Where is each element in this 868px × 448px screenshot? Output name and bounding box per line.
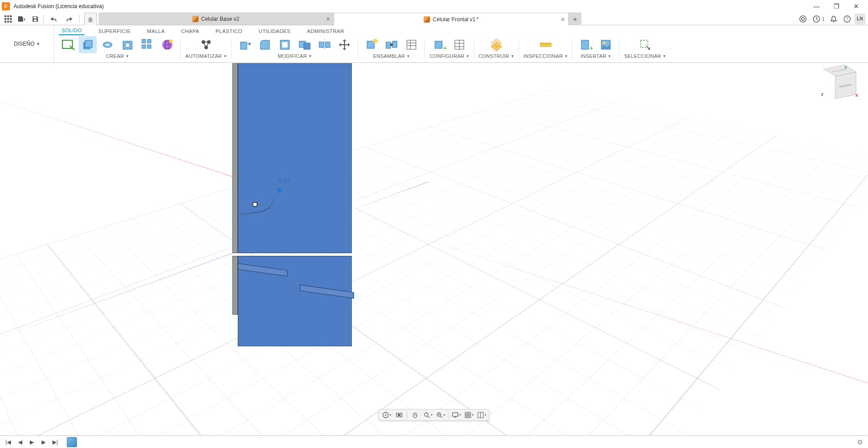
look-at-button[interactable] (393, 410, 405, 420)
caret-down-icon: ▼ (37, 42, 40, 46)
ribbon-group-construct: CONSTRUIR▼ (474, 35, 519, 62)
hole-button[interactable] (118, 36, 137, 53)
canvas[interactable]: 4.00 ➤ SUPERIOR DERECHA FRONTAL Y X Z ▾ … (0, 63, 868, 435)
new-tab-button[interactable]: + (569, 13, 581, 25)
timeline-start-button[interactable]: |◀ (4, 438, 13, 447)
document-tab-inactive[interactable]: Celular Base v2 × (99, 13, 334, 25)
window-close-button[interactable]: ✕ (846, 0, 866, 13)
combine-button[interactable] (296, 36, 314, 53)
ribbon-tab-mesh[interactable]: MALLA (144, 27, 167, 35)
quick-access-row: Celular Base v2 × Celular Frontal v1 * ×… (0, 13, 868, 25)
ribbon-group-label[interactable]: INSPECCIONAR▼ (524, 53, 568, 59)
timeline-settings-button[interactable]: ⚙ (855, 438, 864, 447)
ribbon-group-label[interactable]: MODIFICAR▼ (278, 53, 312, 59)
svg-rect-3 (5, 18, 6, 20)
shell-button[interactable] (276, 36, 294, 53)
viewcube[interactable]: SUPERIOR DERECHA FRONTAL Y X Z (821, 66, 860, 105)
ribbon-group-modify: MODIFICAR▼ (231, 35, 358, 62)
new-sketch-button[interactable]: + (59, 36, 77, 53)
ribbon-group-label[interactable]: AUTOMATIZAR▼ (185, 53, 227, 59)
svg-text:?: ? (846, 17, 849, 22)
cube-icon (192, 16, 198, 22)
redo-button[interactable] (62, 14, 76, 24)
pan-button[interactable] (409, 410, 421, 420)
new-component-button[interactable] (363, 36, 381, 53)
job-status-button[interactable] (810, 13, 823, 25)
extrude-button[interactable] (79, 36, 97, 53)
window-maximize-button[interactable]: ❐ (826, 0, 846, 13)
revolve-button[interactable] (99, 36, 117, 53)
orbit-button[interactable]: ▾ (381, 410, 392, 420)
ground-grid (0, 63, 868, 435)
configure-button[interactable]: + (430, 36, 448, 53)
undo-button[interactable] (47, 14, 61, 24)
grid-settings-button[interactable]: ▾ (463, 410, 475, 420)
svg-point-72 (425, 413, 428, 416)
insert-derive-button[interactable]: + (577, 36, 595, 53)
measure-button[interactable] (537, 36, 555, 53)
ribbon: DISEÑO ▼ SÓLIDO SUPERFICIE MALLA CHAPA P… (0, 25, 868, 63)
svg-point-11 (800, 16, 806, 22)
automate-button[interactable] (197, 36, 215, 53)
window-minimize-button[interactable]: — (807, 0, 826, 13)
ribbon-tab-solid[interactable]: SÓLIDO (59, 26, 85, 35)
select-button[interactable] (636, 36, 654, 53)
document-tab-active[interactable]: Celular Frontal v1 * × (334, 13, 569, 25)
svg-point-24 (125, 43, 130, 47)
svg-rect-26 (147, 39, 151, 43)
ribbon-group-label[interactable]: CONSTRUIR▼ (479, 53, 514, 59)
fit-button[interactable]: ▾ (434, 410, 446, 420)
quick-access-toolbar (0, 13, 84, 25)
viewcube-axis-x: X (855, 93, 858, 98)
timeline-end-button[interactable]: ▶| (51, 438, 60, 447)
svg-text:+: + (590, 44, 593, 52)
notifications-button[interactable] (827, 13, 840, 25)
fillet-button[interactable] (256, 36, 274, 53)
zoom-button[interactable]: ▾ (422, 410, 434, 420)
ribbon-group-label[interactable]: INSERTAR▼ (580, 53, 611, 59)
insert-decal-button[interactable] (597, 36, 615, 53)
svg-rect-44 (386, 42, 391, 48)
construct-plane-button[interactable] (487, 36, 505, 53)
pattern-button[interactable] (138, 36, 156, 53)
data-panel-button[interactable] (3, 14, 14, 24)
joint-button[interactable] (382, 36, 401, 53)
file-menu-button[interactable] (14, 14, 29, 24)
ribbon-group-label[interactable]: SELECCIONAR▼ (624, 53, 666, 59)
align-button[interactable] (316, 36, 334, 53)
user-avatar[interactable]: LN (854, 14, 865, 24)
timeline-prev-button[interactable]: ◀ (15, 438, 24, 447)
tab-close-button[interactable]: × (326, 15, 330, 23)
ribbon-tab-utilities[interactable]: UTILIDADES (256, 27, 293, 35)
help-button[interactable]: ? (841, 13, 854, 25)
ribbon-tabs: SÓLIDO SUPERFICIE MALLA CHAPA PLÁSTICO U… (54, 25, 868, 35)
ribbon-tab-plastic[interactable]: PLÁSTICO (213, 27, 245, 35)
press-pull-button[interactable] (236, 36, 254, 53)
ribbon-tab-manage[interactable]: ADMINISTRAR (304, 27, 347, 35)
config-table-button[interactable] (450, 36, 468, 53)
viewcube-axis-z: Z (821, 92, 824, 97)
title-bar: F Autodesk Fusion (Licencia educativa) —… (0, 0, 868, 13)
bom-button[interactable] (402, 36, 420, 53)
timeline-next-button[interactable]: ▶ (39, 438, 48, 447)
home-tab-button[interactable] (84, 13, 97, 25)
extensions-button[interactable] (797, 13, 809, 25)
svg-rect-36 (282, 42, 288, 47)
dimension-label[interactable]: 4.00 (278, 177, 289, 184)
ribbon-group-label[interactable]: ENSAMBLAR▼ (373, 53, 410, 59)
timeline-feature[interactable] (67, 437, 77, 447)
save-button[interactable] (30, 14, 41, 24)
ribbon-tab-sheet-metal[interactable]: CHAPA (179, 27, 202, 35)
display-settings-button[interactable]: ▾ (450, 410, 462, 420)
ribbon-group-label[interactable]: CONFIGURAR▼ (429, 53, 469, 59)
create-form-button[interactable] (158, 36, 176, 53)
ribbon-group-label[interactable]: CREAR▼ (106, 53, 129, 59)
tab-close-button[interactable]: × (561, 16, 565, 23)
ribbon-tab-surface[interactable]: SUPERFICIE (95, 27, 133, 35)
viewcube-face-front[interactable]: FRONTAL (835, 72, 856, 99)
move-button[interactable] (335, 36, 354, 53)
viewport-layout-button[interactable]: ▾ (476, 410, 487, 420)
sketch-point[interactable] (252, 202, 258, 207)
workspace-switcher[interactable]: DISEÑO ▼ (0, 25, 54, 62)
timeline-play-button[interactable]: ▶ (27, 438, 36, 447)
